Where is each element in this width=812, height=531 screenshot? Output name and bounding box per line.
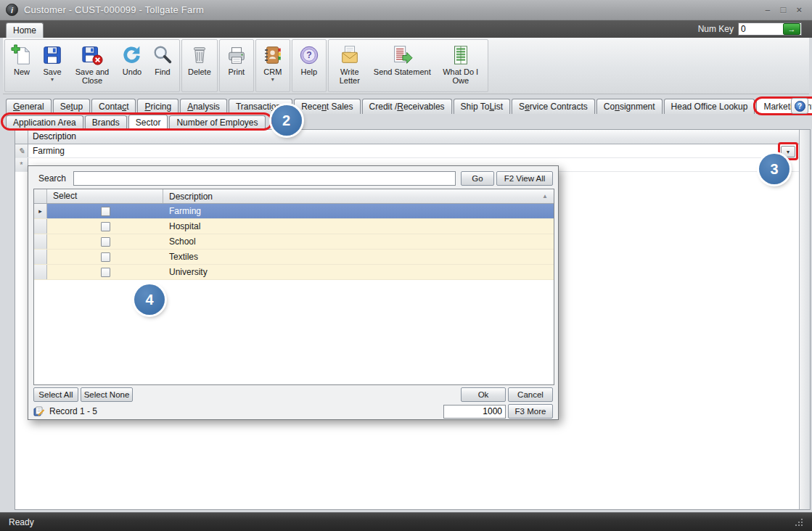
lookup-grid: Select Description ▲ ▸ Farming Hospital … [33, 189, 554, 385]
tab-setup[interactable]: Setup [53, 99, 90, 114]
checkbox-hospital[interactable] [101, 222, 110, 231]
record-count-text: Record 1 - 5 [49, 406, 97, 416]
delete-button[interactable]: Delete [184, 41, 216, 91]
grid-row-farming[interactable]: ✎ Farming [15, 144, 799, 158]
sector-lookup-popup: Search Go F2 View All Select Description… [28, 165, 559, 420]
page-size-input[interactable] [443, 405, 506, 419]
lookup-cell-description: Farming [163, 204, 554, 218]
tab-consignment[interactable]: Consignment [596, 99, 663, 114]
select-none-button[interactable]: Select None [81, 387, 133, 402]
save-and-close-button[interactable]: Save and Close [67, 41, 117, 91]
lookup-row-farming[interactable]: ▸ Farming [34, 204, 554, 219]
go-button[interactable]: Go [461, 171, 494, 186]
save-and-close-label: Save and Close [72, 67, 112, 85]
close-button[interactable]: × [796, 5, 802, 15]
undo-button[interactable]: Undo [117, 41, 147, 91]
popup-record-row: Record 1 - 5 F3 More [33, 404, 553, 419]
select-all-button[interactable]: Select All [33, 387, 78, 402]
help-button[interactable]: ? Help [294, 41, 324, 91]
lookup-cell-description: Textiles [163, 250, 554, 264]
ribbon-tab-home[interactable]: Home [6, 22, 44, 38]
lookup-column-description[interactable]: Description ▲ [163, 189, 554, 203]
sort-ascending-icon: ▲ [542, 193, 548, 199]
ok-button[interactable]: Ok [461, 387, 506, 402]
send-statement-icon [391, 43, 413, 67]
search-input[interactable] [73, 171, 456, 186]
pencil-icon: ✎ [18, 147, 25, 156]
ribbon-group-letters: Write Letter Send Statement What Do I Ow… [328, 39, 488, 92]
print-button[interactable]: Print [221, 41, 252, 91]
checkbox-farming[interactable] [101, 207, 110, 216]
new-button-label: New [14, 67, 30, 76]
current-row-indicator: ▸ [34, 204, 47, 218]
tab-general[interactable]: General [6, 99, 52, 114]
lookup-row-hospital[interactable]: Hospital [34, 219, 554, 234]
find-button[interactable]: Find [147, 41, 178, 91]
lookup-row-school[interactable]: School [34, 234, 554, 250]
lookup-column-description-label: Description [169, 192, 213, 202]
tab-recent-sales[interactable]: Recent Sales [294, 99, 360, 114]
ribbon-group-crm: CRM ▾ [255, 39, 290, 92]
tab-pricing[interactable]: Pricing [137, 99, 179, 114]
crm-button[interactable]: CRM ▾ [258, 41, 288, 91]
checkbox-university[interactable] [101, 268, 110, 277]
write-letter-button[interactable]: Write Letter [330, 41, 369, 91]
delete-button-label: Delete [188, 67, 211, 76]
what-do-i-owe-button[interactable]: What Do I Owe [435, 41, 486, 91]
new-button[interactable]: New [7, 41, 37, 91]
lookup-column-select[interactable]: Select [47, 189, 163, 203]
new-document-icon [11, 43, 33, 67]
cancel-button[interactable]: Cancel [508, 387, 553, 402]
subtab-sector[interactable]: Sector [128, 115, 168, 129]
lookup-row-university[interactable]: University [34, 265, 554, 280]
description-dropdown-button[interactable]: ▾ [781, 146, 795, 157]
num-key-input[interactable] [739, 23, 783, 35]
checkbox-school[interactable] [101, 237, 110, 247]
subtab-number-of-employes[interactable]: Number of Employes [169, 115, 265, 129]
lookup-header-selector [34, 189, 47, 203]
more-button[interactable]: F3 More [508, 404, 553, 419]
grid-header-row: Description [15, 130, 799, 144]
window-title: Customer - CUST-000099 - Tollgate Farm [24, 4, 204, 15]
print-button-label: Print [228, 67, 245, 76]
resize-grip[interactable] [794, 517, 803, 527]
save-button[interactable]: Save ▾ [37, 41, 67, 91]
search-row: Search Go F2 View All [33, 170, 553, 186]
lookup-row-textiles[interactable]: Textiles [34, 250, 554, 265]
minimize-button[interactable]: – [765, 5, 770, 15]
search-label: Search [38, 173, 66, 184]
tab-transactions[interactable]: Transactions [229, 99, 292, 114]
tab-head-office-lookup[interactable]: Head Office Lookup [664, 99, 755, 114]
row-selector [34, 219, 47, 234]
tab-analysis[interactable]: Analysis [180, 99, 227, 114]
grid-cell-description[interactable]: Farming [28, 144, 799, 157]
send-statement-label: Send Statement [374, 67, 431, 76]
context-help-button[interactable]: ? [791, 98, 808, 114]
subtab-application-area[interactable]: Application Area [6, 115, 83, 129]
notebook-icon [33, 406, 45, 417]
row-selector [34, 250, 47, 264]
grid-column-description[interactable]: Description [28, 130, 81, 144]
tab-ship-to-list[interactable]: Ship To List [454, 99, 511, 114]
ribbon-group-print: Print [219, 39, 254, 92]
popup-button-row: Select All Select None Ok Cancel [33, 387, 553, 402]
ribbon-group-help: ? Help [292, 39, 327, 92]
find-button-label: Find [155, 67, 170, 76]
subtab-brands[interactable]: Brands [85, 115, 127, 129]
tab-credit-receivables[interactable]: Credit / Receivables [362, 99, 452, 114]
maximize-button[interactable]: □ [781, 5, 787, 15]
write-letter-icon [339, 43, 361, 67]
question-mark-icon: ? [795, 101, 805, 112]
customer-tab-strip: General Setup Contact Pricing Analysis T… [6, 98, 807, 114]
subtab-group: Application Area Brands Sector Number of… [6, 115, 267, 129]
tab-service-contracts[interactable]: Service Contracts [512, 99, 595, 114]
lookup-cell-description: Hospital [163, 219, 554, 234]
num-key-go-button[interactable]: → [783, 23, 800, 35]
send-statement-button[interactable]: Send Statement [369, 41, 435, 91]
new-row-indicator: * [15, 158, 28, 171]
vertical-scrollbar[interactable] [799, 130, 810, 509]
view-all-button[interactable]: F2 View All [496, 171, 553, 186]
tab-contact[interactable]: Contact [91, 99, 136, 114]
status-bar: Ready [0, 512, 812, 531]
checkbox-textiles[interactable] [101, 252, 110, 262]
